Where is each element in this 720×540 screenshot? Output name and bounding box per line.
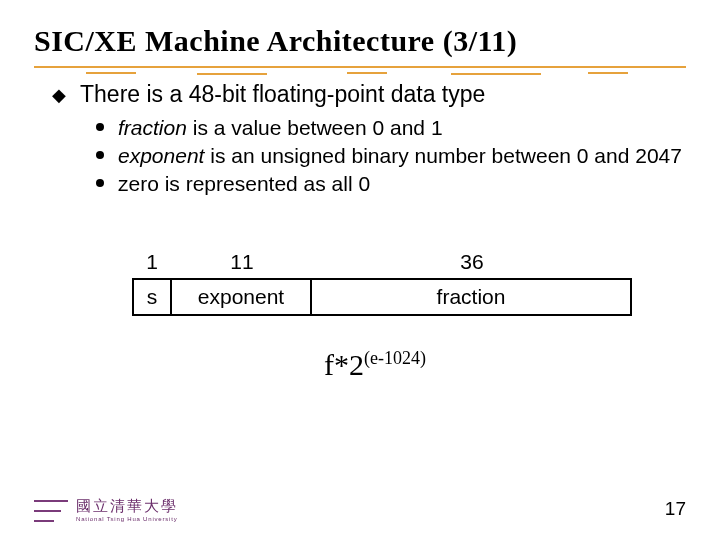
field-sign: s: [132, 278, 172, 316]
field-fraction: fraction: [312, 278, 632, 316]
sub-point-text: exponent is an unsigned binary number be…: [118, 143, 682, 169]
university-name-en: National Tsing Hua University: [76, 516, 178, 522]
page-number: 17: [665, 498, 686, 520]
university-footer: 國立清華大學 National Tsing Hua University: [34, 499, 178, 522]
value-formula: f*2(e-1024): [324, 348, 686, 382]
bullet-level2: exponent is an unsigned binary number be…: [96, 143, 686, 169]
bitfield-diagram: 1 11 36 s exponent fraction: [132, 250, 686, 316]
field-width: 36: [312, 250, 632, 274]
university-name-cn: 國立清華大學: [76, 499, 178, 514]
round-bullet-icon: [96, 151, 104, 159]
sub-point-text: fraction is a value between 0 and 1: [118, 115, 443, 141]
field-exponent: exponent: [172, 278, 312, 316]
slide-body: ◆ There is a 48-bit floating-point data …: [34, 80, 686, 198]
sub-point-text: zero is represented as all 0: [118, 171, 370, 197]
bullet-level2: fraction is a value between 0 and 1: [96, 115, 686, 141]
round-bullet-icon: [96, 123, 104, 131]
field-width: 11: [172, 250, 312, 274]
main-point-text: There is a 48-bit floating-point data ty…: [80, 80, 485, 109]
title-underline: [34, 66, 686, 70]
diamond-bullet-icon: ◆: [52, 84, 66, 109]
round-bullet-icon: [96, 179, 104, 187]
field-width: 1: [132, 250, 172, 274]
slide-title: SIC/XE Machine Architecture (3/11): [34, 24, 686, 58]
bullet-level1: ◆ There is a 48-bit floating-point data …: [52, 80, 686, 109]
bullet-level2: zero is represented as all 0: [96, 171, 686, 197]
university-logo-icon: [34, 500, 68, 522]
